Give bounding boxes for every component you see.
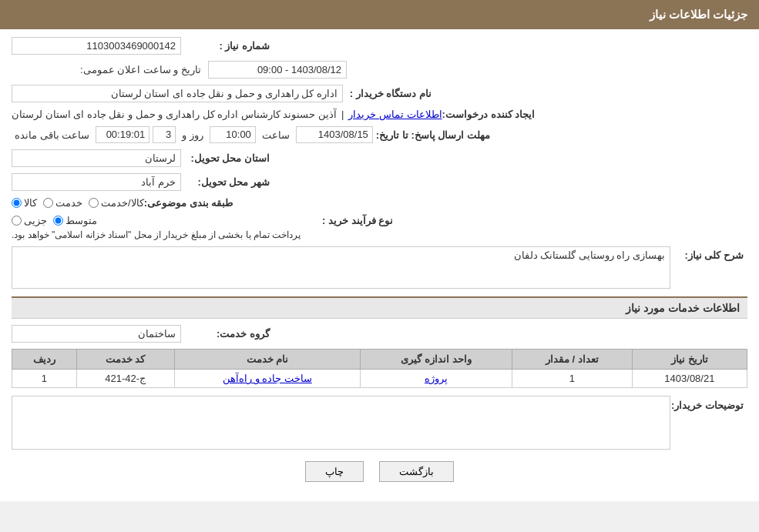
- shahr-row: شهر محل تحویل: خرم آباد: [12, 173, 747, 191]
- ostan-label: استان محل تحویل:: [181, 152, 274, 164]
- table-header-row: تاریخ نیاز تعداد / مقدار واحد اندازه گیر…: [12, 350, 747, 370]
- now-radio-1[interactable]: [12, 216, 22, 226]
- mohlat-date: 1403/08/15: [296, 126, 373, 143]
- tabaqe-label: طبقه بندی موضوعی:: [144, 197, 237, 209]
- table-row: 1403/08/21 1 پروژه ساخت جاده و راه‌آهن ج…: [12, 370, 747, 388]
- tarikh-elaan-label: تاریخ و ساعت اعلان عمومی:: [77, 64, 204, 75]
- back-button[interactable]: بازگشت: [379, 461, 454, 482]
- tabaqe-option-3: کالا/خدمت: [89, 197, 144, 209]
- now-option-1: جزیی: [12, 215, 47, 226]
- col-nam: نام خدمت: [174, 350, 360, 370]
- cell-kod: ج-42-421: [76, 370, 174, 388]
- shahr-label: شهر محل تحویل:: [181, 176, 274, 188]
- ostan-value: لرستان: [12, 149, 181, 167]
- ijad-label: ایجاد کننده درخواست:: [442, 109, 539, 120]
- sharh-value: بهسازی راه روستایی گلستانک دلفان: [12, 246, 670, 289]
- content-area: شماره نیاز : 1103003469000142 1403/08/12…: [0, 29, 759, 501]
- tarikh-elaan-row: 1403/08/12 - 09:00 تاریخ و ساعت اعلان عم…: [12, 61, 747, 79]
- goroh-label: گروه خدمت:: [181, 328, 274, 340]
- mohlat-rooz-label: روز و: [179, 129, 207, 141]
- mohlat-row: مهلت ارسال پاسخ: تا تاریخ: 1403/08/15 سا…: [12, 126, 747, 143]
- print-button[interactable]: چاپ: [305, 461, 364, 482]
- tabaqe-row: طبقه بندی موضوعی: کالا/خدمت خدمت کالا: [12, 197, 747, 209]
- ijad-link[interactable]: اطلاعات تماس خریدار: [348, 109, 442, 120]
- mohlat-baqi-label: ساعت باقی مانده: [12, 129, 92, 141]
- tabaqe-radio-group: کالا/خدمت خدمت کالا: [12, 197, 144, 209]
- bottom-buttons: بازگشت چاپ: [12, 461, 747, 482]
- col-radif: ردیف: [12, 350, 77, 370]
- mohlat-saat-label: ساعت: [259, 129, 293, 141]
- shahr-value: خرم آباد: [12, 173, 181, 191]
- page-header: جزئیات اطلاعات نیاز: [0, 0, 759, 29]
- now-radio-2[interactable]: [53, 216, 63, 226]
- tabaqe-radio-2[interactable]: [43, 198, 53, 208]
- col-kod: کد خدمت: [76, 350, 174, 370]
- services-section-title: اطلاعات خدمات مورد نیاز: [12, 296, 747, 319]
- tabaqe-option-3-label: کالا/خدمت: [101, 197, 144, 209]
- ijad-value: آذین حسنوند کارشناس اداره کل راهداری و ح…: [12, 109, 337, 120]
- sharh-row: شرح کلی نیاز: بهسازی راه روستایی گلستانک…: [12, 246, 747, 289]
- tabaqe-option-1: کالا: [12, 197, 37, 209]
- tabaqe-option-1-label: کالا: [24, 197, 37, 209]
- now-radio-group: متوسط جزیی: [12, 215, 97, 226]
- cell-vahed[interactable]: پروژه: [361, 370, 512, 388]
- ijad-row: ایجاد کننده درخواست: اطلاعات تماس خریدار…: [12, 109, 747, 120]
- page-wrapper: جزئیات اطلاعات نیاز شماره نیاز : 1103003…: [0, 0, 759, 501]
- tabaqe-radio-3[interactable]: [89, 198, 99, 208]
- now-option-2-label: متوسط: [65, 215, 97, 226]
- mohlat-baqi-value: 00:19:01: [96, 126, 149, 143]
- mohlat-rooz-value: 3: [153, 126, 176, 143]
- col-tarikh: تاریخ نیاز: [632, 350, 747, 370]
- tabaqe-option-2-label: خدمت: [55, 197, 82, 209]
- cell-nam[interactable]: ساخت جاده و راه‌آهن: [174, 370, 360, 388]
- shomare-niaz-label: شماره نیاز :: [181, 40, 274, 52]
- ostan-row: استان محل تحویل: لرستان: [12, 149, 747, 167]
- sharh-label: شرح کلی نیاز:: [670, 246, 747, 261]
- now-option-1-label: جزیی: [24, 215, 47, 226]
- now-label: نوع فرآیند خرید :: [304, 215, 397, 226]
- now-row: نوع فرآیند خرید : متوسط جزیی پرداخت تمام…: [12, 215, 747, 240]
- page-title: جزئیات اطلاعات نیاز: [650, 8, 747, 21]
- tabaqe-option-2: خدمت: [43, 197, 82, 209]
- shomare-niaz-row: شماره نیاز : 1103003469000142: [12, 37, 747, 55]
- goroh-row: گروه خدمت: ساختمان: [12, 325, 747, 343]
- tarikh-elaan-value: 1403/08/12 - 09:00: [208, 61, 347, 79]
- cell-tedad: 1: [512, 370, 632, 388]
- col-vahed: واحد اندازه گیری: [361, 350, 512, 370]
- buyer-notes-row: توضیحات خریدار:: [12, 396, 747, 450]
- tabaqe-radio-1[interactable]: [12, 198, 22, 208]
- buyer-notes-label: توضیحات خریدار:: [670, 396, 747, 411]
- shomare-niaz-value: 1103003469000142: [12, 37, 181, 55]
- nam-dastgah-row: نام دستگاه خریدار : اداره کل راهداری و ح…: [12, 85, 747, 102]
- cell-tarikh: 1403/08/21: [632, 370, 747, 388]
- nam-dastgah-value: اداره کل راهداری و حمل و نقل جاده ای است…: [12, 85, 343, 102]
- mohlat-saat-value: 10:00: [210, 126, 256, 143]
- buyer-notes-area: [12, 396, 670, 450]
- col-tedad: تعداد / مقدار: [512, 350, 632, 370]
- now-option-2: متوسط: [53, 215, 97, 226]
- nam-dastgah-label: نام دستگاه خریدار :: [343, 88, 435, 99]
- goroh-value: ساختمان: [12, 325, 181, 343]
- purchase-note: پرداخت تمام یا بخشی از مبلغ خریدار از مح…: [12, 229, 301, 240]
- service-table: تاریخ نیاز تعداد / مقدار واحد اندازه گیر…: [12, 349, 747, 388]
- cell-radif: 1: [12, 370, 77, 388]
- mohlat-label: مهلت ارسال پاسخ: تا تاریخ:: [376, 129, 494, 141]
